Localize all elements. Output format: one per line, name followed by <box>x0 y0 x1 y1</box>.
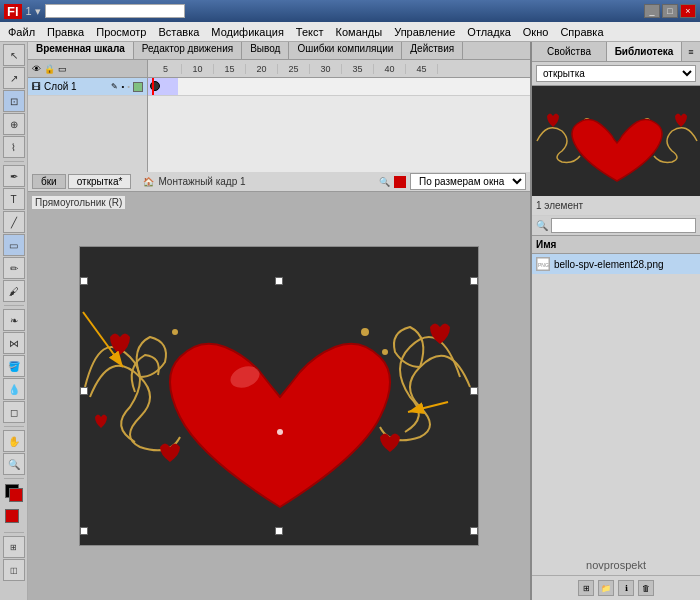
tool-lasso[interactable]: ⌇ <box>3 136 25 158</box>
tab-output[interactable]: Вывод <box>242 42 289 59</box>
tab-actions[interactable]: Действия <box>402 42 463 59</box>
tab-motion-editor[interactable]: Редактор движения <box>134 42 242 59</box>
zoom-select[interactable]: По размерам окна <box>410 173 526 190</box>
tool-zoom[interactable]: 🔍 <box>3 453 25 475</box>
tool-eyedropper[interactable]: 💧 <box>3 378 25 400</box>
sel-handle-ml[interactable] <box>80 387 88 395</box>
menu-text[interactable]: Текст <box>290 24 330 40</box>
tool-text[interactable]: T <box>3 188 25 210</box>
tab-compiler-errors[interactable]: Ошибки компиляции <box>289 42 402 59</box>
panel-tab-properties[interactable]: Свойства <box>532 42 607 61</box>
timeline-content: 👁 🔒 ▭ 🎞 Слой 1 ✎ • • <box>28 60 530 172</box>
library-item-name: bello-spv-element28.png <box>554 259 664 270</box>
fill-color[interactable] <box>9 488 23 502</box>
search-icon: 🔍 <box>536 220 548 231</box>
layer-name: Слой 1 <box>44 81 77 92</box>
menu-modify[interactable]: Модификация <box>205 24 290 40</box>
maximize-button[interactable]: □ <box>662 4 678 18</box>
sel-handle-bl[interactable] <box>80 527 88 535</box>
menu-view[interactable]: Просмотр <box>90 24 152 40</box>
tool-arrow[interactable]: ↖ <box>3 44 25 66</box>
menu-help[interactable]: Справка <box>554 24 609 40</box>
sel-handle-tm[interactable] <box>275 277 283 285</box>
stage-canvas[interactable] <box>79 246 479 546</box>
tool-free-transform[interactable]: ⊡ <box>3 90 25 112</box>
tool-extra1[interactable]: ◫ <box>3 559 25 581</box>
tool-pencil[interactable]: ✏ <box>3 257 25 279</box>
panel-tab-library[interactable]: Библиотека <box>607 42 682 61</box>
tool-eraser[interactable]: ◻ <box>3 401 25 423</box>
tool-line[interactable]: ╱ <box>3 211 25 233</box>
tool-rect[interactable]: ▭ <box>3 234 25 256</box>
frame-30: 30 <box>310 64 342 74</box>
layer-row-1[interactable]: 🎞 Слой 1 ✎ • • <box>28 78 147 96</box>
panel-bottom-icons: ⊞ 📁 ℹ 🗑 <box>532 575 700 600</box>
title-bar-title: 1 ▾ <box>26 5 41 18</box>
doc-tab-otkrytka[interactable]: открытка* <box>68 174 132 189</box>
tool-brush[interactable]: 🖌 <box>3 280 25 302</box>
frame-10: 10 <box>182 64 214 74</box>
preview-svg <box>532 86 700 196</box>
close-button[interactable]: × <box>680 4 696 18</box>
tool-bone[interactable]: ⋈ <box>3 332 25 354</box>
edit-icon[interactable]: ✎ <box>111 82 118 91</box>
doc-tab-bki[interactable]: бки <box>32 174 66 189</box>
app-container: Fl 1 ▾ _ □ × Файл Правка Просмотр Вставк… <box>0 0 700 600</box>
minimize-button[interactable]: _ <box>644 4 660 18</box>
tool-subselect[interactable]: ↗ <box>3 67 25 89</box>
svg-text:PNG: PNG <box>538 262 549 268</box>
menu-window[interactable]: Окно <box>517 24 555 40</box>
frame-color <box>133 82 143 92</box>
menu-control[interactable]: Управление <box>388 24 461 40</box>
library-doc-select[interactable]: открытка <box>536 65 696 82</box>
svg-point-2 <box>361 328 369 336</box>
frame-45: 45 <box>406 64 438 74</box>
tab-timeline[interactable]: Временная шкала <box>28 42 134 59</box>
new-folder-icon[interactable]: 📁 <box>598 580 614 596</box>
svg-point-5 <box>277 429 283 435</box>
tool-3d[interactable]: ⊕ <box>3 113 25 135</box>
sel-handle-tr[interactable] <box>470 277 478 285</box>
stage-label: Монтажный кадр 1 <box>158 176 245 187</box>
sel-handle-mr[interactable] <box>470 387 478 395</box>
menu-edit[interactable]: Правка <box>41 24 90 40</box>
timeline-layers: 👁 🔒 ▭ 🎞 Слой 1 ✎ • • <box>28 60 148 172</box>
delete-icon[interactable]: 🗑 <box>638 580 654 596</box>
search-bar[interactable] <box>45 4 185 18</box>
watermark-text: novprospekt <box>586 559 646 571</box>
tool-paint-bucket[interactable]: 🪣 <box>3 355 25 377</box>
eye-icon[interactable]: 👁 <box>32 64 41 74</box>
panel-options-icon[interactable]: ≡ <box>682 42 700 61</box>
svg-point-1 <box>172 329 178 335</box>
sel-handle-tl[interactable] <box>80 277 88 285</box>
tool-pen[interactable]: ✒ <box>3 165 25 187</box>
menu-file[interactable]: Файл <box>2 24 41 40</box>
panel-tabs: Свойства Библиотека ≡ <box>532 42 700 62</box>
outline-icon[interactable]: ▭ <box>58 64 67 74</box>
frame-20: 20 <box>246 64 278 74</box>
menu-insert[interactable]: Вставка <box>152 24 205 40</box>
tool-deco[interactable]: ❧ <box>3 309 25 331</box>
library-search-input[interactable] <box>551 218 696 233</box>
library-item-1[interactable]: PNG bello-spv-element28.png <box>532 254 700 274</box>
zoom-icon: 🔍 <box>379 177 390 187</box>
properties-icon[interactable]: ℹ <box>618 580 634 596</box>
new-symbol-icon[interactable]: ⊞ <box>578 580 594 596</box>
menu-debug[interactable]: Отладка <box>461 24 516 40</box>
lock-icon[interactable]: 🔒 <box>44 64 55 74</box>
sel-handle-br[interactable] <box>470 527 478 535</box>
sel-handle-bm[interactable] <box>275 527 283 535</box>
watermark: novprospekt <box>532 551 700 575</box>
frame-track-1[interactable] <box>148 78 530 96</box>
dot-icon-2: • <box>127 82 130 91</box>
window-controls[interactable]: _ □ × <box>644 4 696 18</box>
separator-1 <box>4 161 24 162</box>
title-bar: Fl 1 ▾ _ □ × <box>0 0 700 22</box>
none-color-area <box>3 507 25 529</box>
no-color[interactable] <box>5 509 19 523</box>
playhead[interactable] <box>152 78 154 95</box>
menu-commands[interactable]: Команды <box>330 24 389 40</box>
tool-snap[interactable]: ⊞ <box>3 536 25 558</box>
tool-hand[interactable]: ✋ <box>3 430 25 452</box>
panel-item-count: 1 элемент <box>532 196 700 216</box>
